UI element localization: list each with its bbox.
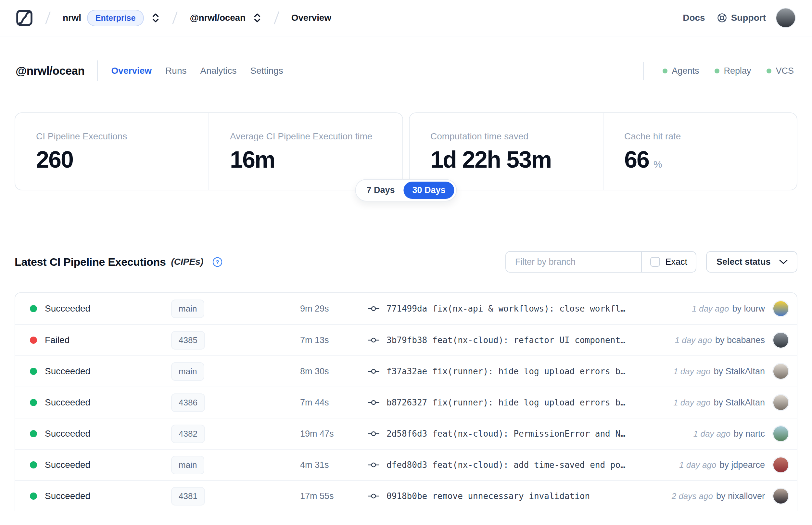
author-avatar[interactable] [773,333,788,348]
status-cell: Succeeded [30,397,171,408]
status-cell: Succeeded [30,460,171,470]
commit-hash[interactable]: b8726327 [386,397,427,407]
branch-badge[interactable]: 4385 [171,331,205,349]
breadcrumb-slash-icon [274,11,279,24]
commit-cell[interactable]: dfed80d3 feat(nx-cloud): add time-saved … [368,460,679,470]
table-row[interactable]: Succeeded main 4m 31s dfed80d3 feat(nx-c… [15,449,797,480]
duration: 8m 30s [300,366,368,376]
integration-agents[interactable]: Agents [663,66,699,76]
table-row[interactable]: Succeeded main 9m 29s 771499da fix(nx-ap… [15,293,797,324]
org-switcher-chevrons-icon[interactable] [151,13,160,23]
nx-cloud-logo-icon[interactable] [16,9,33,27]
support-link[interactable]: Support [717,13,766,23]
stats-cards: CI Pipeline Executions 260 Average CI Pi… [15,112,797,190]
status-dot-icon [715,69,719,73]
status-select-dropdown[interactable]: Select status [706,251,797,273]
commit-cell[interactable]: 0918b0be remove unnecessary invalidation [368,491,672,501]
tab-settings[interactable]: Settings [250,65,283,76]
workspace-header: @nrwl/ocean Overview Runs Analytics Sett… [0,56,812,86]
table-row[interactable]: Succeeded 4381 17m 55s 0918b0be remove u… [15,480,797,511]
time-ago: 1 day ago [675,335,712,345]
author-avatar[interactable] [773,395,788,410]
commit-cell[interactable]: b8726327 fix(runner): hide log upload er… [368,397,673,407]
help-icon[interactable]: ? [212,257,223,267]
commit-message: fix(runner): hide log upload errors b… [432,397,626,407]
row-meta: 1 day ago by StalkAltan [673,364,788,379]
cipe-filters: Exact Select status [505,251,797,273]
git-commit-icon [368,368,379,375]
git-commit-icon [368,492,379,500]
branch-badge[interactable]: main [171,456,204,474]
status-cell: Succeeded [30,303,171,314]
integration-replay[interactable]: Replay [715,66,751,76]
status-dot [30,493,37,500]
commit-hash[interactable]: f37a32ae [386,366,427,376]
branch-badge[interactable]: 4386 [171,393,205,412]
duration: 4m 31s [300,460,368,470]
commit-message: fix(nx-api & workflows): close workfl… [432,304,626,314]
branch-filter-input[interactable] [506,252,641,272]
commit-cell[interactable]: 3b79fb38 feat(nx-cloud): refactor UI com… [368,335,675,345]
integration-vcs[interactable]: VCS [767,66,794,76]
stat-card-executions-time: CI Pipeline Executions 260 Average CI Pi… [15,112,403,190]
branch-badge[interactable]: 4381 [171,487,205,506]
commit-hash[interactable]: 2d58f6d3 [386,429,427,439]
percent-suffix: % [654,159,662,169]
time-ago: 1 day ago [692,304,729,314]
table-row[interactable]: Succeeded main 8m 30s f37a32ae fix(runne… [15,356,797,387]
author-avatar[interactable] [773,426,788,441]
git-commit-icon [368,336,379,344]
duration: 9m 29s [300,304,368,314]
stat-card-savings-cache: Computation time saved 1d 22h 53m Cache … [409,112,797,190]
tab-runs[interactable]: Runs [165,65,186,76]
status-dot-icon [663,69,668,73]
commit-message: fix(runner): hide log upload errors b… [432,366,626,376]
docs-link[interactable]: Docs [683,13,705,23]
branch-badge[interactable]: main [171,300,204,318]
table-row[interactable]: Succeeded 4386 7m 44s b8726327 fix(runne… [15,387,797,418]
time-ago: 2 days ago [672,491,713,501]
author-avatar[interactable] [773,364,788,379]
status-dot [30,336,37,344]
row-meta: 1 day ago by nartc [693,426,788,441]
table-row[interactable]: Failed 4385 7m 13s 3b79fb38 feat(nx-clou… [15,324,797,356]
lifebuoy-icon [717,13,727,23]
author-avatar[interactable] [773,301,788,316]
author: by nixallover [716,491,765,501]
commit-hash[interactable]: 771499da [386,304,427,314]
exact-checkbox[interactable] [650,257,660,267]
breadcrumb-slash-icon [172,11,178,24]
author-avatar[interactable] [773,457,788,472]
author: by bcabanes [715,335,765,345]
workspace-switcher-chevrons-icon[interactable] [253,13,262,23]
breadcrumb-org[interactable]: nrwl [63,13,81,23]
commit-cell[interactable]: 771499da fix(nx-api & workflows): close … [368,304,692,314]
time-ago: 1 day ago [679,460,716,470]
commit-hash[interactable]: 3b79fb38 [386,335,427,345]
commit-hash[interactable]: dfed80d3 [386,460,427,470]
commit-hash[interactable]: 0918b0be [386,491,427,501]
branch-badge[interactable]: 4382 [171,425,205,443]
tab-analytics[interactable]: Analytics [200,65,236,76]
stat-ci-pipeline-executions: CI Pipeline Executions 260 [15,113,209,190]
git-commit-icon [368,399,379,406]
user-avatar[interactable] [776,9,795,27]
stat-computation-time-saved: Computation time saved 1d 22h 53m [410,113,603,190]
workspace-tabs: Overview Runs Analytics Settings [111,65,283,76]
row-meta: 1 day ago by lourw [692,301,788,316]
table-row[interactable]: Succeeded 4382 19m 47s 2d58f6d3 feat(nx-… [15,418,797,449]
stat-average-execution-time: Average CI Pipeline Execution time 16m [209,113,402,190]
range-7-days[interactable]: 7 Days [357,182,403,199]
exact-match-toggle[interactable]: Exact [642,257,696,267]
range-30-days[interactable]: 30 Days [403,182,454,199]
top-navbar: nrwl Enterprise @nrwl/ocean Overview Doc… [0,0,812,36]
branch-badge[interactable]: main [171,362,204,381]
tab-overview[interactable]: Overview [111,65,152,76]
author-avatar[interactable] [773,489,788,504]
breadcrumb-workspace[interactable]: @nrwl/ocean [190,13,245,23]
commit-cell[interactable]: f37a32ae fix(runner): hide log upload er… [368,366,673,376]
duration: 7m 13s [300,335,368,345]
author: by StalkAltan [714,397,765,408]
commit-cell[interactable]: 2d58f6d3 feat(nx-cloud): PermissionError… [368,429,693,439]
time-ago: 1 day ago [673,366,710,376]
